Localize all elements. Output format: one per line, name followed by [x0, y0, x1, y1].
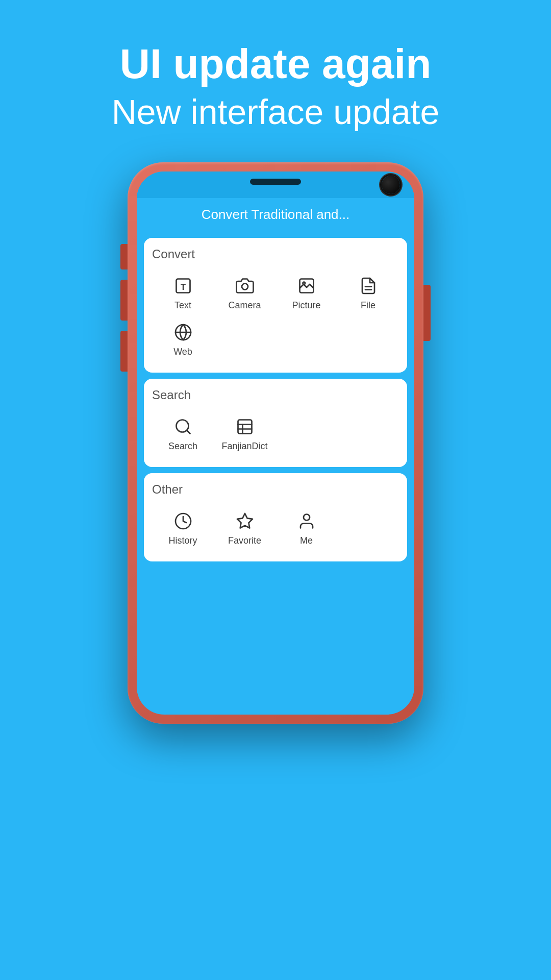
me-label: Me: [300, 535, 313, 546]
favorite-item[interactable]: Favorite: [214, 505, 276, 551]
history-icon: [172, 510, 194, 532]
fanjiandict-label: FanjianDict: [221, 441, 267, 452]
search-label: Search: [168, 441, 197, 452]
picture-label: Picture: [292, 300, 320, 311]
favorite-label: Favorite: [228, 535, 261, 546]
svg-point-2: [242, 284, 248, 290]
text-icon: T: [172, 275, 194, 297]
svg-text:T: T: [180, 282, 185, 291]
picture-item[interactable]: Picture: [276, 270, 337, 316]
camera-item[interactable]: Camera: [214, 270, 276, 316]
convert-section-title: Convert: [152, 247, 399, 261]
convert-card: Convert T Text Camera: [144, 238, 407, 373]
svg-line-10: [186, 430, 190, 434]
phone-button-power: [423, 285, 431, 341]
picture-icon: [295, 275, 318, 297]
svg-marker-16: [237, 513, 253, 528]
app-bar-title: Convert Traditional and...: [202, 207, 350, 223]
file-label: File: [361, 300, 375, 311]
web-label: Web: [173, 347, 192, 357]
other-card: Other History Favorite: [144, 473, 407, 561]
app-bar: Convert Traditional and...: [137, 198, 414, 231]
other-section-title: Other: [152, 482, 399, 497]
me-item[interactable]: Me: [276, 505, 337, 551]
phone-mockup: Convert Traditional and... Convert T Tex…: [128, 162, 423, 724]
screen-content: Convert T Text Camera: [137, 231, 414, 561]
phone-notch-bar: [137, 172, 414, 198]
camera-icon: [234, 275, 256, 297]
web-icon: [172, 321, 194, 344]
speaker-grille: [250, 179, 301, 185]
fanjiandict-item[interactable]: FanjianDict: [214, 410, 276, 457]
file-icon: [357, 275, 380, 297]
file-item[interactable]: File: [337, 270, 399, 316]
svg-point-17: [304, 514, 310, 521]
phone-button-vol-up: [120, 280, 128, 321]
search-icon: [172, 415, 194, 438]
convert-grid: T Text Camera Picture: [152, 270, 399, 362]
fanjiandict-icon: [234, 415, 256, 438]
front-camera: [382, 176, 400, 194]
me-icon: [295, 510, 318, 532]
camera-label: Camera: [228, 300, 261, 311]
search-card: Search Search FanjianDict: [144, 379, 407, 467]
phone-button-vol-down: [120, 331, 128, 372]
header-area: UI update again New interface update: [112, 41, 440, 132]
favorite-icon: [234, 510, 256, 532]
header-title: UI update again: [112, 41, 440, 87]
svg-rect-11: [238, 420, 252, 434]
phone-button-mute: [120, 244, 128, 270]
search-item[interactable]: Search: [152, 410, 214, 457]
header-subtitle: New interface update: [112, 92, 440, 132]
search-section-title: Search: [152, 388, 399, 402]
history-item[interactable]: History: [152, 505, 214, 551]
search-grid: Search FanjianDict: [152, 410, 399, 457]
history-label: History: [168, 535, 197, 546]
text-label: Text: [174, 300, 191, 311]
other-grid: History Favorite Me: [152, 505, 399, 551]
phone-screen: Convert Traditional and... Convert T Tex…: [137, 172, 414, 715]
svg-point-4: [303, 282, 305, 285]
web-item[interactable]: Web: [152, 316, 214, 362]
text-item[interactable]: T Text: [152, 270, 214, 316]
